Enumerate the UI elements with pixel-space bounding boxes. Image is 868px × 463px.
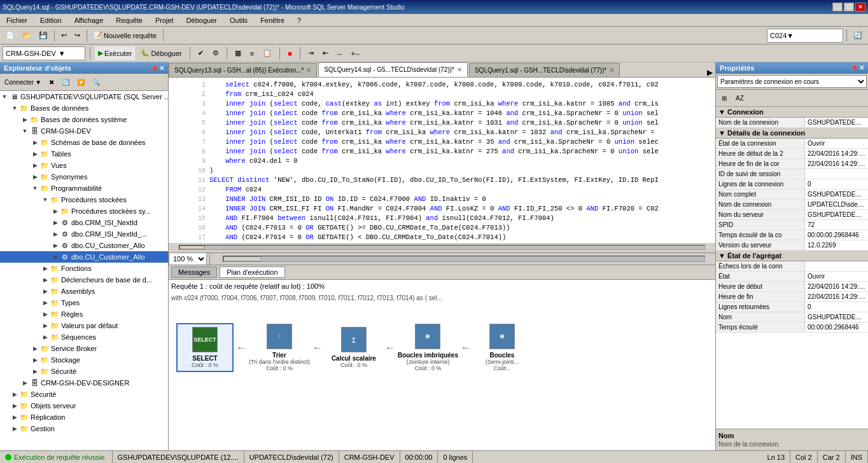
tree-toggle-storage[interactable]: ▶ <box>31 356 39 364</box>
tree-item-stored-procs[interactable]: ▼📁Procédures stockées <box>0 194 168 205</box>
hscroll-thumb[interactable] <box>179 245 205 249</box>
tree-toggle-assemblies[interactable]: ▶ <box>41 287 50 296</box>
query-tab-0[interactable]: SQLQuery13.sql - GSH...al (85)) Exécutio… <box>169 63 317 77</box>
tree-item-storage[interactable]: ▶📁Stockage <box>0 354 168 366</box>
tree-toggle-stored-procs[interactable]: ▼ <box>41 195 50 204</box>
tree-item-dbo-crm1[interactable]: ▶⚙dbo.CRM_ISI_NextId <box>0 217 168 228</box>
minimize-button[interactable]: _ <box>832 3 843 11</box>
tree-toggle-sys-db[interactable]: ▶ <box>20 115 29 124</box>
query-tab-0-close[interactable]: ✕ <box>306 67 311 74</box>
tree-item-prog[interactable]: ▼📁Programmabilité <box>0 183 168 194</box>
tree-toggle-security[interactable]: ▶ <box>31 367 39 376</box>
tree-toggle-rules[interactable]: ▶ <box>41 310 50 319</box>
plan-node-4[interactable]: ⊕ Boucles (Semi-jointi...Coût... <box>473 324 531 371</box>
query-tab-1[interactable]: SQLQuery14.sql - G5...TECLD\sdevidal (72… <box>318 62 468 77</box>
tree-toggle-replication[interactable]: ▶ <box>10 413 19 422</box>
tree-item-tables[interactable]: ▶📁Tables <box>0 148 168 160</box>
tree-item-rules[interactable]: ▶📁Règles <box>0 308 168 320</box>
query-dropdown[interactable]: C024 ▼ <box>767 29 843 43</box>
open-btn[interactable]: 📂 <box>19 29 34 43</box>
refresh-btn[interactable]: 🔄 <box>850 29 865 43</box>
stop-btn[interactable]: ■ <box>284 46 295 60</box>
tree-item-defaults[interactable]: ▶📁Valeurs par défaut <box>0 320 168 331</box>
debug-btn[interactable]: 🐛 Déboguer <box>137 46 185 60</box>
tree-item-security2[interactable]: ▶📁Sécurité <box>0 389 168 400</box>
redo-btn[interactable]: ↪ <box>71 29 83 43</box>
results-tab-messages[interactable]: Messages <box>171 266 217 278</box>
tree-toggle-security2[interactable]: ▶ <box>10 390 19 399</box>
new-btn[interactable]: 📄 <box>3 29 18 43</box>
results-file-btn[interactable]: 📋 <box>260 46 275 60</box>
execute-btn[interactable]: ▶ Exécuter <box>95 46 135 60</box>
tree-toggle-management[interactable]: ▶ <box>10 424 19 433</box>
tree-toggle-defaults[interactable]: ▶ <box>41 321 50 330</box>
tree-toggle-server-objects[interactable]: ▶ <box>10 401 19 410</box>
decrease-indent-btn[interactable]: ⇤ <box>319 46 332 60</box>
tree-item-sys-db[interactable]: ▶📁Bases de données système <box>0 114 168 125</box>
menu-requete[interactable]: Requête <box>112 15 146 25</box>
code-editor[interactable]: 1 select c024.f7000, k7004.extkey, k7006… <box>169 78 715 252</box>
tree-toggle-crm-gsh-dev[interactable]: ▼ <box>20 127 29 135</box>
tree-toggle-types[interactable]: ▶ <box>41 298 50 307</box>
tree-item-assemblies[interactable]: ▶📁Assemblys <box>0 286 168 297</box>
tree-item-server-objects[interactable]: ▶📁Objets serveur <box>0 400 168 411</box>
plan-node-2[interactable]: ∑ Calcul scalaire Coût : 0 % <box>325 327 382 368</box>
oe-search-btn[interactable]: 🔍 <box>89 75 103 89</box>
scroll-track[interactable] <box>223 256 705 262</box>
tree-item-service-broker[interactable]: ▶📁Service Broker <box>0 343 168 354</box>
oe-disconnect-btn[interactable]: ✖ <box>46 75 57 89</box>
menu-fenetre[interactable]: Fenêtre <box>256 15 288 25</box>
tree-item-types[interactable]: ▶📁Types <box>0 297 168 308</box>
menu-outils[interactable]: Outils <box>226 15 251 25</box>
oe-refresh-btn[interactable]: 🔄 <box>59 75 73 89</box>
plan-node-3[interactable]: ⊕ Boucles imbriquées (Jointure interne)C… <box>398 324 458 371</box>
tree-item-crm-gsh-dev[interactable]: ▼🗄CRM-GSH-DEV <box>0 125 168 137</box>
prop-target-select[interactable]: Paramètres de connexion en cours <box>717 75 867 88</box>
menu-help[interactable]: ? <box>293 15 305 25</box>
tree-toggle-dbo-crm2[interactable]: ▶ <box>51 230 60 238</box>
oe-close-btn[interactable]: ✕ <box>159 65 164 72</box>
prop-section-0[interactable]: ▼ Connexion <box>716 107 868 118</box>
tab-scroll-btn[interactable]: ▶ <box>707 68 715 77</box>
query-tab-2[interactable]: SQLQuery1.sql - GSH...TECLD\sdevidal (77… <box>469 63 620 77</box>
tree-toggle-dbo-crm4[interactable]: ▶ <box>51 252 60 261</box>
tree-toggle-triggers[interactable]: ▶ <box>41 275 50 284</box>
plan-node-1[interactable]: ↑ Trier (Tri dans l'ordre distinct)Coût … <box>249 324 310 371</box>
tree-toggle-tables[interactable]: ▶ <box>31 149 39 158</box>
results-tab-plan[interactable]: Plan d'exécution <box>220 266 284 278</box>
tree-toggle-dbo-crm1[interactable]: ▶ <box>51 218 60 227</box>
oe-filter-btn[interactable]: 🔽 <box>74 75 88 89</box>
menu-fichier[interactable]: Fichier <box>3 15 31 25</box>
comment-btn[interactable]: -- <box>334 46 345 60</box>
increase-indent-btn[interactable]: ⇥ <box>305 46 317 60</box>
scroll-thumb[interactable] <box>223 256 262 261</box>
tree-toggle-prog[interactable]: ▼ <box>31 184 39 193</box>
parse-btn[interactable]: ⚙ <box>209 46 222 60</box>
menu-edition[interactable]: Edition <box>36 15 66 25</box>
check-btn[interactable]: ✔ <box>195 46 207 60</box>
tree-item-schemas[interactable]: ▶📁Schémas de base de données <box>0 137 168 148</box>
prop-section-1[interactable]: ▼ Détails de la connexion <box>716 128 868 139</box>
prop-close-btn[interactable]: ✕ <box>859 64 864 72</box>
save-btn[interactable]: 💾 <box>36 29 51 43</box>
tree-item-views[interactable]: ▶📁Vues <box>0 160 168 171</box>
query-tab-2-close[interactable]: ✕ <box>609 67 614 74</box>
undo-btn[interactable]: ↩ <box>58 29 70 43</box>
prop-sort-alpha-btn[interactable]: AZ <box>732 91 747 105</box>
tree-toggle-root[interactable]: ▼ <box>0 92 9 101</box>
tree-item-sequences[interactable]: ▶📁Séquences <box>0 331 168 343</box>
prop-pin-btn[interactable]: 📌 <box>850 64 858 72</box>
tree-toggle-dbo-crm3[interactable]: ▶ <box>51 241 60 250</box>
menu-affichage[interactable]: Affichage <box>71 15 108 25</box>
restore-button[interactable]: □ <box>844 3 854 11</box>
editor-hscroll[interactable] <box>169 243 715 252</box>
tree-toggle-sequences[interactable]: ▶ <box>41 333 50 342</box>
tree-item-dbo-crm3[interactable]: ▶⚙dbo.CU_Customer_Allo <box>0 240 168 251</box>
tree-item-replication[interactable]: ▶📁Réplication <box>0 411 168 423</box>
tree-toggle-databases[interactable]: ▼ <box>10 104 19 113</box>
tree-toggle-views[interactable]: ▶ <box>31 161 39 170</box>
results-grid-btn[interactable]: ▦ <box>232 46 244 60</box>
zoom-select[interactable]: 100 % 75 % 125 % <box>169 252 207 265</box>
query-tab-1-close[interactable]: ✕ <box>457 66 462 73</box>
tree-item-synonyms[interactable]: ▶📁Synonymes <box>0 171 168 183</box>
